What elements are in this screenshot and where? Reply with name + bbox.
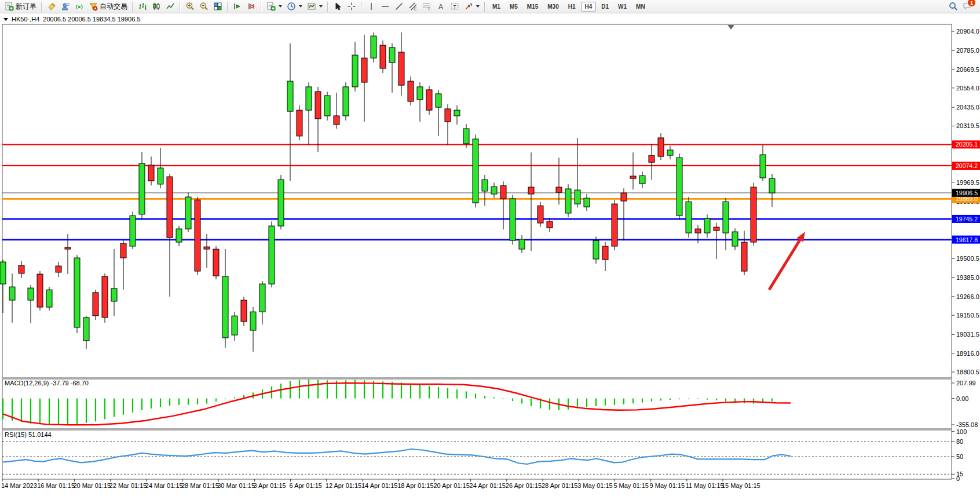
notifications-button[interactable]: 1 <box>960 0 974 13</box>
timeframe-w1-button[interactable]: W1 <box>614 2 631 12</box>
clock-icon <box>287 2 296 11</box>
date-axis[interactable]: 14 Mar 202316 Mar 01:1520 Mar 01:1522 Ma… <box>1 479 760 489</box>
candle-body <box>130 216 136 246</box>
channel-button[interactable]: E <box>406 0 420 13</box>
candle <box>195 197 200 275</box>
candle-body <box>714 227 719 231</box>
text-button[interactable]: A <box>434 0 448 13</box>
candle-body <box>352 55 358 87</box>
horizontal-line-button[interactable] <box>378 0 392 13</box>
price-tick-label: 20785.0 <box>956 47 979 54</box>
candle-body <box>361 58 367 82</box>
timeframe-h4-button[interactable]: H4 <box>581 2 597 12</box>
toolbar-separator <box>361 2 362 12</box>
trendline-button[interactable] <box>392 0 406 13</box>
candle <box>241 297 247 326</box>
toolbar-separator <box>327 2 328 12</box>
new-order-label: 新订单 <box>16 2 36 12</box>
line-chart-button[interactable] <box>163 0 177 13</box>
candle-body <box>111 289 117 301</box>
bucket-button[interactable] <box>45 0 58 13</box>
text-label-button[interactable]: T <box>448 0 462 13</box>
vertical-line-button[interactable] <box>364 0 378 13</box>
signals-button[interactable] <box>72 0 86 13</box>
timeframe-m5-button[interactable]: M5 <box>506 2 522 12</box>
candle-body <box>482 180 488 191</box>
vertical-line-icon <box>367 2 376 11</box>
candle-body <box>704 218 710 233</box>
date-label: 28 Apr 01:15 <box>542 482 577 489</box>
candle <box>677 154 682 220</box>
candlestick-button[interactable] <box>149 0 163 13</box>
candle-body <box>74 258 80 327</box>
timeframe-m30-button[interactable]: M30 <box>543 2 562 12</box>
timeframe-m15-button[interactable]: M15 <box>523 2 542 12</box>
candle <box>510 195 515 245</box>
price-tick-label: 20554.0 <box>956 85 979 92</box>
tile-windows-icon <box>213 2 222 11</box>
community-button[interactable] <box>58 0 72 13</box>
candle <box>93 290 98 320</box>
line-chart-icon <box>166 2 175 11</box>
toolbar-separator <box>484 2 485 12</box>
candle-body <box>222 276 228 338</box>
candle-body <box>120 243 126 258</box>
new-order-button[interactable]: 新订单 <box>2 0 39 13</box>
timeframe-m1-button[interactable]: M1 <box>488 2 504 12</box>
candle-body <box>723 202 729 233</box>
candle <box>74 255 80 333</box>
profile-cloud-icon <box>61 2 70 11</box>
chart-shift-button[interactable] <box>244 0 258 13</box>
search-button[interactable] <box>946 0 960 13</box>
candle-body <box>398 52 404 85</box>
periods-button[interactable] <box>284 0 305 13</box>
zoom-in-button[interactable] <box>183 0 197 13</box>
candle-body <box>139 163 145 214</box>
date-label: 20 Apr 01:15 <box>433 482 469 489</box>
panel-border-2 <box>2 430 952 479</box>
price-tick-label: 19266.0 <box>956 293 979 300</box>
fibonacci-button[interactable]: F <box>420 0 434 13</box>
candle <box>537 202 543 227</box>
price-tick-label: 18800.5 <box>956 369 979 375</box>
candle-body <box>612 204 617 246</box>
candlestick-icon <box>152 2 161 11</box>
bid-price-badge-label: 19906.5 <box>956 189 978 196</box>
candle-body <box>417 87 423 100</box>
candle <box>686 197 692 238</box>
candle-body <box>250 312 256 330</box>
search-icon <box>949 2 958 11</box>
auto-scroll-button[interactable] <box>231 0 244 13</box>
bar-chart-button[interactable] <box>136 0 149 13</box>
candle-body <box>259 284 265 312</box>
rsi-tick-label: 0 <box>956 475 960 482</box>
auto-trading-button[interactable]: 自动交易 <box>86 0 130 13</box>
cursor-button[interactable] <box>331 0 345 13</box>
date-label: 28 Mar 01:15 <box>181 482 219 489</box>
candle <box>426 86 432 115</box>
timeframe-h1-button[interactable]: H1 <box>564 2 580 12</box>
toolbar-separator <box>261 2 262 12</box>
dropdown-caret-icon <box>299 5 302 8</box>
timeframe-d1-button[interactable]: D1 <box>597 2 613 12</box>
date-label: 14 Mar 2023 <box>1 482 37 489</box>
auto-trading-icon <box>89 2 98 11</box>
support-line-1-badge-label: 19745.2 <box>956 216 978 223</box>
indicators-button[interactable] <box>264 0 284 13</box>
candle-body <box>167 177 173 238</box>
timeframe-mn-button[interactable]: MN <box>632 2 649 12</box>
candle-body <box>389 48 395 63</box>
dropdown-caret-icon <box>319 5 323 8</box>
date-label: 5 May 01:15 <box>613 482 649 489</box>
templates-button[interactable] <box>305 0 325 13</box>
tile-windows-button[interactable] <box>211 0 225 13</box>
chart-canvas[interactable]: 20904.020785.020669.520554.020435.020319… <box>0 14 980 490</box>
candle-body <box>269 226 275 284</box>
zoom-out-button[interactable] <box>197 0 211 13</box>
arrows-tool-button[interactable] <box>462 0 482 13</box>
toolbar-separator <box>227 2 228 12</box>
candle-body <box>500 185 506 199</box>
crosshair-button[interactable] <box>345 0 359 13</box>
candle-body <box>537 206 543 223</box>
candle-body <box>306 87 312 110</box>
